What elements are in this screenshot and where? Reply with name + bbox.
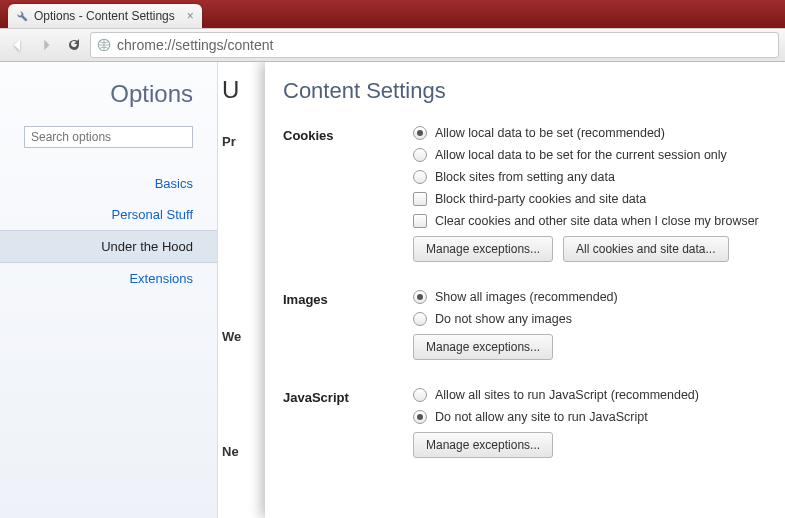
wrench-icon bbox=[16, 10, 28, 22]
browser-window: Options - Content Settings × chrome://se… bbox=[0, 0, 785, 518]
images-manage-exceptions-button[interactable]: Manage exceptions... bbox=[413, 334, 553, 360]
radio-icon bbox=[413, 170, 427, 184]
sidebar-heading: Options bbox=[0, 74, 217, 126]
radio-icon bbox=[413, 388, 427, 402]
section-images: Images Show all images (recommended) Do … bbox=[283, 290, 773, 360]
cookies-manage-exceptions-button[interactable]: Manage exceptions... bbox=[413, 236, 553, 262]
js-radio-allow[interactable]: Allow all sites to run JavaScript (recom… bbox=[413, 388, 773, 402]
cookies-radio-block[interactable]: Block sites from setting any data bbox=[413, 170, 773, 184]
sidebar-nav: Basics Personal Stuff Under the Hood Ext… bbox=[0, 168, 217, 294]
toolbar: chrome://settings/content bbox=[0, 28, 785, 62]
address-text: chrome://settings/content bbox=[117, 37, 273, 53]
cookies-radio-allow[interactable]: Allow local data to be set (recommended) bbox=[413, 126, 773, 140]
radio-icon bbox=[413, 290, 427, 304]
cookies-radio-session[interactable]: Allow local data to be set for the curre… bbox=[413, 148, 773, 162]
overlay-title: Content Settings bbox=[283, 78, 773, 104]
radio-icon bbox=[413, 126, 427, 140]
js-manage-exceptions-button[interactable]: Manage exceptions... bbox=[413, 432, 553, 458]
sidebar-item-under-the-hood[interactable]: Under the Hood bbox=[0, 230, 217, 263]
radio-icon bbox=[413, 410, 427, 424]
cookies-check-thirdparty[interactable]: Block third-party cookies and site data bbox=[413, 192, 773, 206]
background-page: U Pr We Ne bbox=[218, 62, 268, 518]
checkbox-icon bbox=[413, 214, 427, 228]
content-area: Options Basics Personal Stuff Under the … bbox=[0, 62, 785, 518]
tab-strip: Options - Content Settings × bbox=[0, 0, 785, 28]
cookies-check-clearonclose[interactable]: Clear cookies and other site data when I… bbox=[413, 214, 773, 228]
sidebar-item-basics[interactable]: Basics bbox=[0, 168, 217, 199]
search-input[interactable] bbox=[24, 126, 193, 148]
section-title-cookies: Cookies bbox=[283, 126, 413, 262]
bg-heading-fragment: U bbox=[222, 76, 268, 104]
sidebar-item-extensions[interactable]: Extensions bbox=[0, 263, 217, 294]
images-radio-hide[interactable]: Do not show any images bbox=[413, 312, 773, 326]
all-cookies-button[interactable]: All cookies and site data... bbox=[563, 236, 728, 262]
globe-icon bbox=[97, 38, 111, 52]
forward-button[interactable] bbox=[34, 33, 58, 57]
tab-title: Options - Content Settings bbox=[34, 9, 175, 23]
js-radio-block[interactable]: Do not allow any site to run JavaScript bbox=[413, 410, 773, 424]
browser-tab[interactable]: Options - Content Settings × bbox=[8, 4, 202, 28]
arrow-right-icon bbox=[39, 38, 53, 52]
section-cookies: Cookies Allow local data to be set (reco… bbox=[283, 126, 773, 262]
address-bar[interactable]: chrome://settings/content bbox=[90, 32, 779, 58]
radio-icon bbox=[413, 148, 427, 162]
arrow-left-icon bbox=[10, 37, 26, 53]
bg-label-web: We bbox=[222, 329, 268, 344]
reload-icon bbox=[66, 37, 82, 53]
sidebar-item-personal-stuff[interactable]: Personal Stuff bbox=[0, 199, 217, 230]
checkbox-icon bbox=[413, 192, 427, 206]
back-button[interactable] bbox=[6, 33, 30, 57]
bg-label-network: Ne bbox=[222, 444, 268, 459]
content-settings-overlay: Content Settings Cookies Allow local dat… bbox=[265, 62, 785, 518]
section-javascript: JavaScript Allow all sites to run JavaSc… bbox=[283, 388, 773, 458]
bg-label-privacy: Pr bbox=[222, 134, 268, 149]
reload-button[interactable] bbox=[62, 33, 86, 57]
section-title-javascript: JavaScript bbox=[283, 388, 413, 458]
tab-close-icon[interactable]: × bbox=[187, 9, 194, 23]
options-sidebar: Options Basics Personal Stuff Under the … bbox=[0, 62, 218, 518]
section-title-images: Images bbox=[283, 290, 413, 360]
images-radio-show[interactable]: Show all images (recommended) bbox=[413, 290, 773, 304]
radio-icon bbox=[413, 312, 427, 326]
